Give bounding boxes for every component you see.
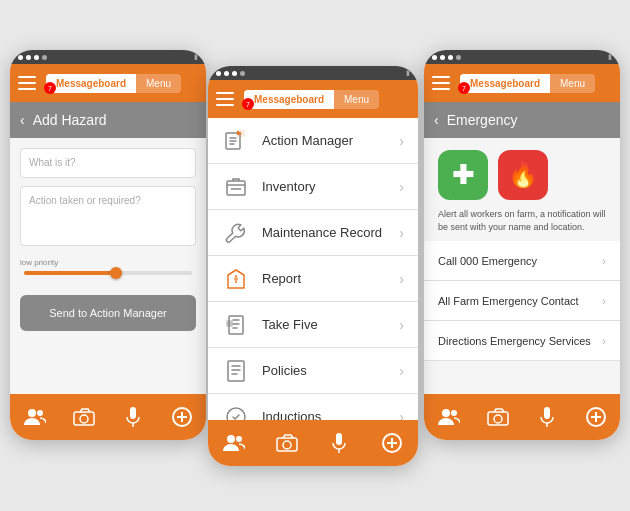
rdot4 bbox=[456, 55, 461, 60]
tab-people-center[interactable] bbox=[216, 425, 252, 461]
call-000-label: Call 000 Emergency bbox=[438, 255, 537, 267]
send-to-action-manager-button[interactable]: Send to Action Manager bbox=[20, 295, 196, 331]
tab-plus-center[interactable] bbox=[374, 425, 410, 461]
emergency-header: ‹ Emergency bbox=[424, 102, 620, 138]
cdot4 bbox=[240, 71, 245, 76]
dot1 bbox=[18, 55, 23, 60]
maintenance-label: Maintenance Record bbox=[262, 225, 387, 240]
cdot2 bbox=[224, 71, 229, 76]
menu-item-inductions[interactable]: Inductions › bbox=[208, 394, 418, 420]
status-dots-left bbox=[18, 55, 47, 60]
cdot3 bbox=[232, 71, 237, 76]
messageboard-tab-center[interactable]: Messageboard bbox=[244, 90, 334, 109]
emergency-directions[interactable]: Directions Emergency Services › bbox=[424, 321, 620, 361]
back-arrow-left[interactable]: ‹ bbox=[20, 112, 25, 128]
policies-icon bbox=[222, 357, 250, 385]
maintenance-icon bbox=[222, 219, 250, 247]
rdot3 bbox=[448, 55, 453, 60]
tab-mic-center[interactable] bbox=[321, 425, 357, 461]
slider-track[interactable] bbox=[24, 271, 192, 275]
tab-people-left[interactable] bbox=[17, 399, 53, 435]
inventory-chevron: › bbox=[399, 179, 404, 195]
inventory-label: Inventory bbox=[262, 179, 387, 194]
left-form-content: What is it? Action taken or required? lo… bbox=[10, 138, 206, 430]
alert-text: Alert all workers on farm, a notificatio… bbox=[424, 208, 620, 241]
farm-contact-label: All Farm Emergency Contact bbox=[438, 295, 579, 307]
nav-tab-group-right: Messageboard Menu bbox=[460, 74, 595, 93]
what-is-it-placeholder: What is it? bbox=[29, 157, 76, 168]
action-manager-chevron: › bbox=[399, 133, 404, 149]
status-dots-center bbox=[216, 71, 245, 76]
svg-point-3 bbox=[80, 415, 88, 423]
svg-rect-12 bbox=[227, 181, 245, 195]
nav-badge-center: 7 bbox=[242, 98, 254, 110]
emergency-content: ✚ 🔥 Alert all workers on farm, a notific… bbox=[424, 138, 620, 430]
add-hazard-header: ‹ Add Hazard bbox=[10, 102, 206, 138]
menu-tab-left[interactable]: Menu bbox=[136, 74, 181, 93]
fire-icon[interactable]: 🔥 bbox=[498, 150, 548, 200]
action-manager-label: Action Manager bbox=[262, 133, 387, 148]
status-bar-left: ▮ bbox=[10, 50, 206, 64]
maintenance-chevron: › bbox=[399, 225, 404, 241]
messageboard-tab-right[interactable]: Messageboard bbox=[460, 74, 550, 93]
farm-contact-chevron: › bbox=[602, 294, 606, 308]
tab-mic-right[interactable] bbox=[529, 399, 565, 435]
take-five-chevron: › bbox=[399, 317, 404, 333]
action-field[interactable]: Action taken or required? bbox=[20, 186, 196, 246]
inductions-chevron: › bbox=[399, 409, 404, 421]
slider-thumb[interactable] bbox=[110, 267, 122, 279]
tab-camera-center[interactable] bbox=[269, 425, 305, 461]
menu-item-inventory[interactable]: Inventory › bbox=[208, 164, 418, 210]
menu-item-report[interactable]: Report › bbox=[208, 256, 418, 302]
svg-point-30 bbox=[494, 415, 502, 423]
directions-chevron: › bbox=[602, 334, 606, 348]
status-bar-center: ▮ bbox=[208, 66, 418, 80]
nav-tab-group-center: Messageboard Menu bbox=[244, 90, 379, 109]
svg-point-0 bbox=[28, 409, 36, 417]
send-button-label: Send to Action Manager bbox=[49, 307, 166, 319]
directions-label: Directions Emergency Services bbox=[438, 335, 591, 347]
tab-plus-left[interactable] bbox=[164, 399, 200, 435]
menu-item-take-five[interactable]: Take Five › bbox=[208, 302, 418, 348]
hamburger-icon-center[interactable] bbox=[216, 92, 234, 106]
menu-tab-right[interactable]: Menu bbox=[550, 74, 595, 93]
bottom-tabs-center bbox=[208, 420, 418, 466]
nav-badge-left: 7 bbox=[44, 82, 56, 94]
svg-rect-15 bbox=[227, 321, 232, 326]
medical-icon[interactable]: ✚ bbox=[438, 150, 488, 200]
rdot1 bbox=[432, 55, 437, 60]
inductions-label: Inductions bbox=[262, 409, 387, 420]
dot2 bbox=[26, 55, 31, 60]
back-arrow-right[interactable]: ‹ bbox=[434, 112, 439, 128]
hamburger-icon-right[interactable] bbox=[432, 76, 450, 90]
tab-people-right[interactable] bbox=[431, 399, 467, 435]
svg-rect-4 bbox=[130, 407, 136, 419]
messageboard-tab-left[interactable]: Messageboard bbox=[46, 74, 136, 93]
emergency-icons-row: ✚ 🔥 bbox=[424, 138, 620, 208]
emergency-farm-contact[interactable]: All Farm Emergency Contact › bbox=[424, 281, 620, 321]
menu-tab-center[interactable]: Menu bbox=[334, 90, 379, 109]
status-bar-right: ▮ bbox=[424, 50, 620, 64]
svg-point-27 bbox=[442, 409, 450, 417]
phone-left: ▮ 7 Messageboard Menu ‹ Add Hazard What … bbox=[10, 50, 206, 440]
svg-point-1 bbox=[37, 410, 43, 416]
menu-item-maintenance[interactable]: Maintenance Record › bbox=[208, 210, 418, 256]
hamburger-icon-left[interactable] bbox=[18, 76, 36, 90]
battery-right: ▮ bbox=[608, 53, 612, 61]
emergency-call-000[interactable]: Call 000 Emergency › bbox=[424, 241, 620, 281]
menu-item-action-manager[interactable]: + Action Manager › bbox=[208, 118, 418, 164]
fire-symbol: 🔥 bbox=[508, 161, 538, 189]
priority-slider-area: low priority bbox=[20, 254, 196, 279]
emergency-title: Emergency bbox=[447, 112, 518, 128]
svg-point-19 bbox=[236, 436, 242, 442]
battery-center: ▮ bbox=[406, 69, 410, 77]
menu-item-policies[interactable]: Policies › bbox=[208, 348, 418, 394]
what-is-it-field[interactable]: What is it? bbox=[20, 148, 196, 178]
report-chevron: › bbox=[399, 271, 404, 287]
tab-plus-right[interactable] bbox=[578, 399, 614, 435]
tab-camera-left[interactable] bbox=[66, 399, 102, 435]
svg-rect-16 bbox=[228, 361, 244, 381]
tab-camera-right[interactable] bbox=[480, 399, 516, 435]
tab-mic-left[interactable] bbox=[115, 399, 151, 435]
nav-bar-center: 7 Messageboard Menu bbox=[208, 80, 418, 118]
